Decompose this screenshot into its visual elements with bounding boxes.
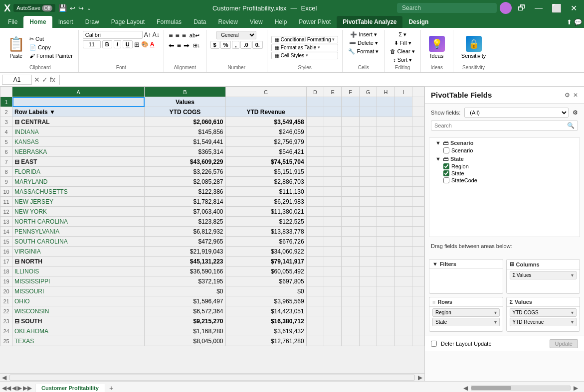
font-color-button[interactable]: A bbox=[150, 41, 155, 48]
ribbon-expand-icon[interactable]: ⬆ bbox=[567, 18, 572, 26]
cut-button[interactable]: ✂ Cut bbox=[28, 35, 74, 43]
row-header-4[interactable]: 4 bbox=[0, 127, 12, 137]
cell-4-4[interactable] bbox=[306, 127, 324, 137]
cell-15-2[interactable]: $472,965 bbox=[145, 237, 225, 247]
cancel-formula-icon[interactable]: ✕ bbox=[34, 76, 40, 84]
scenario-collapse-icon[interactable]: ▼ bbox=[435, 140, 441, 146]
row-header-25[interactable]: 25 bbox=[0, 336, 12, 346]
cell-22-5[interactable] bbox=[324, 306, 342, 316]
cell-20-2[interactable]: $0 bbox=[145, 286, 225, 296]
cell-11-2[interactable]: $1,782,814 bbox=[145, 197, 225, 207]
cell-24-5[interactable] bbox=[324, 326, 342, 336]
cell-18-6[interactable] bbox=[342, 266, 359, 276]
cell-18-5[interactable] bbox=[324, 266, 342, 276]
col-header-a[interactable]: A bbox=[12, 87, 145, 97]
cell-17-9[interactable] bbox=[394, 257, 412, 266]
cell-11-7[interactable] bbox=[359, 197, 377, 207]
cell-15-5[interactable] bbox=[324, 237, 342, 247]
cell-21-4[interactable] bbox=[306, 296, 324, 306]
cell-19-4[interactable] bbox=[306, 276, 324, 286]
cell-5-8[interactable] bbox=[377, 137, 394, 147]
decrease-decimal-button[interactable]: 0. bbox=[252, 41, 263, 49]
horizontal-scroll-thumb[interactable] bbox=[471, 386, 511, 390]
border-button[interactable]: ⊞ bbox=[134, 41, 140, 48]
col-header-b[interactable]: B bbox=[145, 87, 225, 97]
ytd-cogs-dropdown[interactable]: ▾ bbox=[571, 310, 574, 315]
cell-2-1[interactable]: Row Labels ▼ bbox=[12, 107, 145, 117]
cell-10-7[interactable] bbox=[359, 187, 377, 197]
cell-10-1[interactable]: MASSACHUSETTS bbox=[12, 187, 145, 197]
cell-17-4[interactable] bbox=[306, 257, 324, 266]
user-avatar[interactable] bbox=[500, 2, 512, 14]
cell-21-7[interactable] bbox=[359, 296, 377, 306]
row-header-corner[interactable] bbox=[0, 87, 12, 97]
statecode-checkbox[interactable] bbox=[443, 177, 449, 183]
drag-area-columns[interactable]: ⊞ Columns Σ Values ▾ bbox=[506, 259, 581, 294]
tab-insert[interactable]: Insert bbox=[52, 16, 79, 28]
cell-23-5[interactable] bbox=[324, 316, 342, 326]
col-header-c[interactable]: C bbox=[225, 87, 306, 97]
cell-7-7[interactable] bbox=[359, 157, 377, 167]
align-top-center-button[interactable]: ≡ bbox=[175, 31, 180, 40]
cell-6-6[interactable] bbox=[342, 147, 359, 157]
cell-25-6[interactable] bbox=[342, 336, 359, 346]
cell-16-6[interactable] bbox=[342, 247, 359, 257]
ytd-revenue-dropdown[interactable]: ▾ bbox=[571, 319, 574, 325]
cell-8-7[interactable] bbox=[359, 167, 377, 177]
cell-25-4[interactable] bbox=[306, 336, 324, 346]
cell-12-4[interactable] bbox=[306, 207, 324, 217]
cell-8-9[interactable] bbox=[394, 167, 412, 177]
hs-left-button[interactable]: ◀ bbox=[463, 385, 468, 392]
cell-8-4[interactable] bbox=[306, 167, 324, 177]
cell-24-9[interactable] bbox=[394, 326, 412, 336]
cell-15-3[interactable]: $676,726 bbox=[225, 237, 306, 247]
tab-nav-next[interactable]: ▶ bbox=[17, 385, 22, 392]
cell-21-1[interactable]: OHIO bbox=[12, 296, 145, 306]
scroll-left-button[interactable]: ◀ bbox=[0, 374, 8, 381]
cell-20-7[interactable] bbox=[359, 286, 377, 296]
clear-button[interactable]: 🗑 Clear ▾ bbox=[389, 48, 416, 55]
tab-home[interactable]: Home bbox=[23, 16, 52, 28]
tab-data[interactable]: Data bbox=[188, 16, 212, 28]
insert-cells-button[interactable]: ➕ Insert ▾ bbox=[349, 31, 379, 38]
cell-10-4[interactable] bbox=[306, 187, 324, 197]
cell-7-9[interactable] bbox=[394, 157, 412, 167]
ytd-cogs-chip[interactable]: YTD COGS ▾ bbox=[510, 308, 577, 317]
cell-22-9[interactable] bbox=[394, 306, 412, 316]
drag-area-filters[interactable]: ▼ Filters bbox=[429, 259, 503, 294]
cell-23-9[interactable] bbox=[394, 316, 412, 326]
cell-3-8[interactable] bbox=[377, 117, 394, 127]
cell-22-8[interactable] bbox=[377, 306, 394, 316]
cell-16-3[interactable]: $34,060,922 bbox=[225, 247, 306, 257]
cell-10-2[interactable]: $122,386 bbox=[145, 187, 225, 197]
cell-21-3[interactable]: $3,965,569 bbox=[225, 296, 306, 306]
cell-13-2[interactable]: $123,825 bbox=[145, 217, 225, 227]
cell-22-1[interactable]: WISCONSIN bbox=[12, 306, 145, 316]
cell-13-9[interactable] bbox=[394, 217, 412, 227]
row-header-20[interactable]: 20 bbox=[0, 286, 12, 296]
cell-13-6[interactable] bbox=[342, 217, 359, 227]
cell-13-8[interactable] bbox=[377, 217, 394, 227]
cell-25-1[interactable]: TEXAS bbox=[12, 336, 145, 346]
format-as-table-button[interactable]: ▦ Format as Table ▾ bbox=[271, 44, 339, 51]
accept-formula-icon[interactable]: ✓ bbox=[42, 76, 48, 84]
cell-4-3[interactable]: $246,059 bbox=[225, 127, 306, 137]
cell-12-9[interactable] bbox=[394, 207, 412, 217]
cell-23-1[interactable]: ⊟ SOUTH bbox=[12, 316, 145, 326]
row-header-15[interactable]: 15 bbox=[0, 237, 12, 247]
cell-7-8[interactable] bbox=[377, 157, 394, 167]
cell-24-1[interactable]: OKLAHOMA bbox=[12, 326, 145, 336]
cell-14-1[interactable]: PENNSYLVANIA bbox=[12, 227, 145, 237]
cell-18-2[interactable]: $36,590,166 bbox=[145, 266, 225, 276]
cell-22-7[interactable] bbox=[359, 306, 377, 316]
align-top-right-button[interactable]: ≡ bbox=[182, 31, 187, 40]
sum-button[interactable]: Σ ▾ bbox=[397, 31, 408, 38]
sort-filter-button[interactable]: ↕ Sort ▾ bbox=[391, 56, 413, 64]
row-header-18[interactable]: 18 bbox=[0, 266, 12, 276]
cell-7-1[interactable]: ⊟ EAST bbox=[12, 157, 145, 167]
cell-11-9[interactable] bbox=[394, 197, 412, 207]
col-header-i[interactable]: I bbox=[394, 87, 412, 97]
cell-6-7[interactable] bbox=[359, 147, 377, 157]
cell-20-4[interactable] bbox=[306, 286, 324, 296]
col-header-h[interactable]: H bbox=[377, 87, 394, 97]
